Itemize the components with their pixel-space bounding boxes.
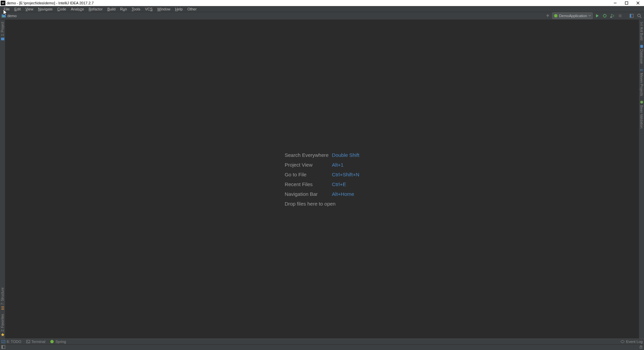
toolwindow-favorites[interactable]: 2: Favorites — [0, 312, 5, 339]
todo-icon — [1, 340, 5, 344]
shortcut-hints: Search Everywhere Double Shift Project V… — [285, 152, 360, 207]
hint-label: Recent Files — [285, 181, 329, 187]
close-button[interactable] — [635, 0, 641, 6]
menu-window[interactable]: Window — [155, 7, 173, 11]
minimize-button[interactable] — [612, 0, 618, 6]
run-button[interactable] — [594, 12, 600, 19]
favorites-icon — [1, 333, 5, 337]
svg-rect-18 — [2, 345, 3, 349]
menu-view[interactable]: View — [23, 7, 36, 11]
hint-key: Double Shift — [332, 152, 360, 158]
menu-run[interactable]: Run — [118, 7, 129, 11]
hint-label: Project View — [285, 162, 329, 168]
hint-label: Search Everywhere — [285, 152, 329, 158]
breadcrumb-project[interactable]: demo — [7, 14, 17, 18]
search-everywhere-button[interactable] — [636, 12, 643, 19]
spring-icon — [50, 340, 54, 344]
structure-icon — [1, 306, 5, 310]
toolwindow-structure[interactable]: 7: Structure — [0, 286, 5, 312]
project-icon — [1, 37, 5, 41]
run-coverage-button[interactable] — [609, 12, 616, 19]
svg-rect-5 — [619, 14, 622, 17]
right-tool-gutter: Ant Build Database m Maven Projects Bean… — [639, 20, 644, 339]
editor-empty-state[interactable]: Search Everywhere Double Shift Project V… — [5, 20, 639, 339]
svg-rect-0 — [625, 2, 628, 4]
menu-tools[interactable]: Tools — [129, 7, 143, 11]
hint-key: Alt+1 — [332, 162, 360, 168]
toolwindow-beanvalidation[interactable]: Bean Validation — [639, 98, 644, 130]
menu-analyze[interactable]: Analyze — [68, 7, 86, 11]
toolwindow-project[interactable]: 1: Project — [0, 20, 5, 43]
svg-point-16 — [621, 341, 624, 343]
svg-rect-4 — [610, 16, 611, 18]
status-bar — [0, 344, 644, 350]
database-icon — [640, 44, 644, 48]
svg-point-2 — [554, 14, 557, 17]
lock-icon[interactable] — [639, 345, 643, 349]
menu-build[interactable]: Build — [105, 7, 118, 11]
chevron-down-icon — [588, 14, 591, 17]
svg-text:m: m — [640, 68, 643, 72]
svg-point-8 — [638, 14, 640, 17]
svg-point-12 — [640, 101, 643, 103]
svg-rect-7 — [630, 14, 631, 17]
svg-rect-19 — [640, 347, 642, 348]
bottom-toolwindows-bar: 6: TODO Terminal Spring Event Log — [0, 339, 644, 344]
hint-key: Ctrl+E — [332, 181, 360, 187]
menu-navigate[interactable]: Navigate — [36, 7, 55, 11]
toolwindow-terminal[interactable]: Terminal — [26, 340, 46, 344]
menu-help[interactable]: Help — [173, 7, 185, 11]
hint-key: Alt+Home — [332, 191, 360, 197]
svg-rect-1 — [3, 16, 4, 17]
bean-icon — [640, 100, 644, 104]
window-titlebar: IJ demo - [E:\project\idea\demo] - Intel… — [0, 0, 644, 6]
ant-icon — [640, 22, 644, 26]
hint-label: Go to File — [285, 172, 329, 177]
menubar: File Edit View Navigate Code Analyze Ref… — [0, 6, 644, 12]
toolwindow-todo[interactable]: 6: TODO — [1, 340, 21, 344]
toolwindow-ant[interactable]: Ant Build — [639, 20, 644, 42]
window-title: demo - [E:\project\idea\demo] - IntelliJ… — [7, 1, 94, 5]
folder-icon — [1, 14, 6, 18]
debug-button[interactable] — [601, 12, 608, 19]
toolwindow-maven[interactable]: m Maven Projects — [639, 66, 644, 98]
app-icon: IJ — [1, 1, 5, 5]
svg-point-15 — [50, 340, 54, 343]
menu-edit[interactable]: Edit — [12, 7, 23, 11]
project-structure-button[interactable] — [628, 12, 635, 19]
eventlog-icon — [621, 340, 625, 344]
stop-button[interactable] — [617, 12, 624, 19]
hint-drop-text: Drop files here to open — [285, 201, 360, 207]
terminal-icon — [26, 340, 30, 344]
navigation-bar: demo DemoApplication — [0, 12, 644, 20]
spring-leaf-icon — [554, 14, 558, 18]
menu-vcs[interactable]: VCS — [143, 7, 155, 11]
hint-key: Ctrl+Shift+N — [332, 172, 360, 177]
menu-refactor[interactable]: Refactor — [86, 7, 105, 11]
toolwindow-spring[interactable]: Spring — [50, 340, 66, 344]
menu-code[interactable]: Code — [55, 7, 68, 11]
menu-file[interactable]: File — [1, 7, 12, 11]
svg-rect-13 — [2, 340, 5, 343]
left-tool-gutter: 1: Project 7: Structure 2: Favorites — [0, 20, 5, 339]
maximize-button[interactable] — [624, 0, 629, 6]
toolwindow-database[interactable]: Database — [639, 42, 644, 66]
run-config-name: DemoApplication — [559, 14, 587, 18]
svg-rect-9 — [1, 38, 4, 40]
menu-other[interactable]: Other — [185, 7, 199, 11]
hint-label: Navigation Bar — [285, 191, 329, 197]
build-icon[interactable] — [544, 12, 551, 19]
toolwindow-quick-access-icon[interactable] — [1, 345, 5, 350]
maven-icon: m — [640, 68, 644, 72]
toolwindow-eventlog[interactable]: Event Log — [621, 340, 643, 344]
run-config-selector[interactable]: DemoApplication — [552, 12, 593, 19]
